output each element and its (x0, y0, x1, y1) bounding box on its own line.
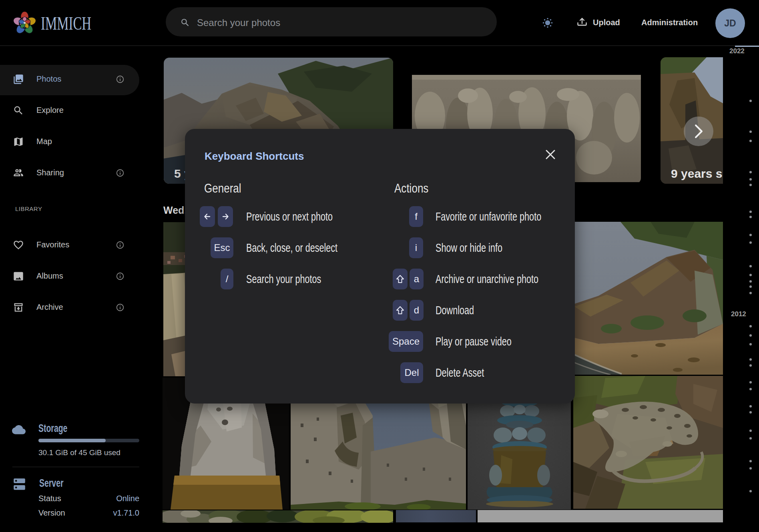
svg-text:9 years sin: 9 years sin (671, 167, 723, 180)
